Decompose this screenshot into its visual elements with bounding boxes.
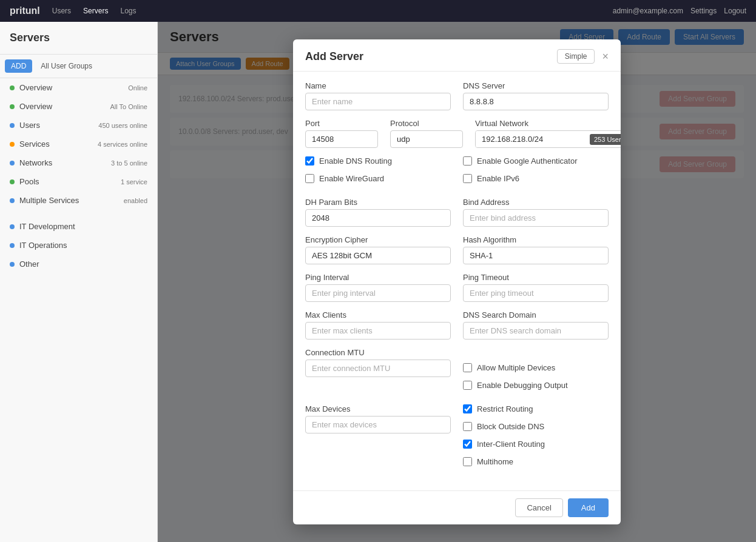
ping-timeout-input[interactable]: [463, 284, 609, 302]
name-input[interactable]: [305, 93, 451, 110]
sidebar-item-users[interactable]: Users 450 users online: [0, 116, 157, 135]
form-row-port-vnet: Port Protocol Virtual Network 253 Users: [305, 119, 609, 148]
multihome-checkbox-row[interactable]: Multihome: [463, 457, 609, 466]
users-badge: 253 Users: [590, 134, 621, 145]
form-group-bind-address: Bind Address: [463, 198, 609, 227]
inter-client-routing-checkbox[interactable]: [463, 440, 472, 449]
form-row-mtu-checkboxes: Connection MTU Allow Multiple Devices: [305, 348, 609, 396]
form-group-auth-checkboxes: Enable Google Authenticator Enable IPv6: [463, 156, 609, 189]
sidebar-item-it-ops[interactable]: IT Operations: [0, 236, 157, 255]
sidebar-tabs: ADD All User Groups: [0, 55, 157, 78]
form-group-name: Name: [305, 81, 451, 110]
sidebar-item-multiple-services[interactable]: Multiple Services enabled: [0, 191, 157, 210]
hash-input[interactable]: [463, 247, 609, 264]
mtu-label: Connection MTU: [305, 348, 451, 357]
enable-debugging-checkbox-row[interactable]: Enable Debugging Output: [463, 381, 609, 390]
enable-wireguard-label: Enable WireGuard: [319, 174, 384, 183]
enable-ipv6-checkbox-row[interactable]: Enable IPv6: [463, 174, 609, 183]
sidebar-tab-groups[interactable]: All User Groups: [35, 59, 98, 73]
enable-wireguard-checkbox-row[interactable]: Enable WireGuard: [305, 174, 451, 183]
allow-multiple-devices-checkbox-row[interactable]: Allow Multiple Devices: [463, 363, 609, 372]
form-group-dh-param: DH Param Bits: [305, 198, 451, 227]
restrict-routing-checkbox[interactable]: [463, 404, 472, 413]
form-group-cipher: Encryption Cipher: [305, 235, 451, 264]
add-button[interactable]: Add: [568, 498, 609, 517]
ping-interval-input[interactable]: [305, 284, 451, 302]
port-input[interactable]: [305, 130, 378, 148]
enable-dns-routing-checkbox-row[interactable]: Enable DNS Routing: [305, 156, 451, 166]
dns-server-input[interactable]: [463, 93, 609, 110]
sidebar-item-services[interactable]: Services 4 services online: [0, 135, 157, 153]
enable-google-auth-checkbox-row[interactable]: Enable Google Authenticator: [463, 156, 609, 166]
sidebar-item-label: Overview: [19, 83, 123, 92]
bind-address-input[interactable]: [463, 209, 609, 227]
form-group-ping-interval: Ping Interval: [305, 273, 451, 302]
max-clients-input[interactable]: [305, 322, 451, 340]
form-group-dns-routing: Enable DNS Routing Enable WireGuard: [305, 156, 451, 189]
sidebar-item-other[interactable]: Other: [0, 255, 157, 273]
mtu-input[interactable]: [305, 360, 451, 377]
simple-mode-button[interactable]: Simple: [557, 49, 595, 64]
enable-dns-routing-label: Enable DNS Routing: [319, 156, 392, 166]
ping-timeout-label: Ping Timeout: [463, 273, 609, 282]
sidebar-tab-groups-label: All User Groups: [41, 62, 92, 70]
allow-multiple-devices-label: Allow Multiple Devices: [477, 363, 555, 372]
dot-icon: [10, 85, 15, 90]
sidebar-item-it-dev[interactable]: IT Development: [0, 217, 157, 236]
form-group-ping-timeout: Ping Timeout: [463, 273, 609, 302]
modal-footer: Cancel Add: [293, 490, 621, 524]
sidebar-item-badge: All To Online: [110, 103, 147, 110]
form-group-routing-checkboxes: Restrict Routing Block Outside DNS Inter…: [463, 404, 609, 472]
dh-param-label: DH Param Bits: [305, 198, 451, 207]
sidebar-header: Servers: [0, 22, 157, 55]
nav-item-logs[interactable]: Logs: [120, 7, 136, 15]
virtual-network-input-container: 253 Users: [475, 130, 621, 148]
form-group-port: Port: [305, 119, 378, 148]
sidebar-item-badge: 4 services online: [98, 141, 147, 148]
form-row-ping: Ping Interval Ping Timeout: [305, 273, 609, 302]
dh-param-input[interactable]: [305, 209, 451, 227]
inter-client-routing-checkbox-row[interactable]: Inter-Client Routing: [463, 440, 609, 449]
hash-label: Hash Algorithm: [463, 235, 609, 244]
enable-google-auth-checkbox[interactable]: [463, 156, 472, 166]
block-outside-dns-checkbox[interactable]: [463, 422, 472, 431]
enable-dns-routing-checkbox[interactable]: [305, 156, 314, 166]
sidebar-item-overview2[interactable]: Overview All To Online: [0, 97, 157, 116]
nav-item-users[interactable]: Users: [52, 7, 71, 15]
protocol-input[interactable]: [390, 130, 463, 148]
dot-icon: [10, 142, 15, 147]
modal-body: Name DNS Server Port: [293, 72, 621, 490]
dot-icon: [10, 104, 15, 109]
sidebar-item-pools[interactable]: Pools 1 service: [0, 172, 157, 191]
allow-multiple-devices-checkbox[interactable]: [463, 363, 472, 372]
block-outside-dns-label: Block Outside DNS: [477, 422, 544, 431]
block-outside-dns-checkbox-row[interactable]: Block Outside DNS: [463, 422, 609, 431]
max-devices-input[interactable]: [305, 416, 451, 433]
sidebar-item-networks[interactable]: Networks 3 to 5 online: [0, 153, 157, 172]
multihome-label: Multihome: [477, 457, 513, 466]
restrict-routing-checkbox-row[interactable]: Restrict Routing: [463, 404, 609, 413]
nav-item-servers[interactable]: Servers: [83, 7, 108, 15]
dns-search-input[interactable]: [463, 322, 609, 340]
enable-ipv6-checkbox[interactable]: [463, 174, 472, 183]
enable-debugging-checkbox[interactable]: [463, 381, 472, 390]
form-group-protocol: Protocol: [390, 119, 463, 148]
enable-wireguard-checkbox[interactable]: [305, 174, 314, 183]
sidebar-tab-add[interactable]: ADD: [5, 59, 32, 73]
protocol-label: Protocol: [390, 119, 463, 128]
sidebar-item-overview[interactable]: Overview Online: [0, 78, 157, 97]
multihome-checkbox[interactable]: [463, 457, 472, 466]
topnav-logout[interactable]: Logout: [724, 7, 746, 15]
form-group-mtu: Connection MTU: [305, 348, 451, 396]
virtual-network-input[interactable]: [476, 131, 590, 147]
form-row-name-dns: Name DNS Server: [305, 81, 609, 110]
max-devices-label: Max Devices: [305, 404, 451, 413]
max-clients-label: Max Clients: [305, 310, 451, 320]
cipher-input[interactable]: [305, 247, 451, 264]
topnav-settings[interactable]: Settings: [690, 7, 717, 15]
sidebar-item-badge: 1 service: [121, 178, 147, 186]
modal-close-button[interactable]: ×: [602, 51, 609, 62]
dot-icon: [10, 198, 15, 203]
cancel-button[interactable]: Cancel: [515, 498, 562, 517]
dns-server-label: DNS Server: [463, 81, 609, 90]
